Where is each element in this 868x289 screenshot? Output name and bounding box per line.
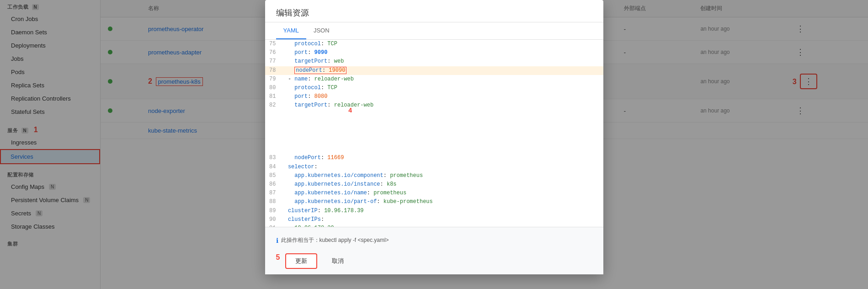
modal-info-text: 此操作相当于：kubectl apply -f <spec.yaml> — [281, 236, 389, 244]
modal-title: 编辑资源 — [276, 7, 592, 18]
code-line: 89 clusterIP: 10.96.178.39 — [265, 207, 603, 215]
update-button[interactable]: 更新 — [285, 253, 317, 269]
code-line-boxed: 78 nodePort: 19090 — [265, 66, 603, 75]
code-line: 83 nodePort: 11669 — [265, 154, 603, 162]
modal-footer: ℹ 此操作相当于：kubectl apply -f <spec.yaml> 5 … — [265, 227, 603, 274]
code-line: 76 port: 9090 — [265, 48, 603, 57]
code-line: 86 app.kubernetes.io/instance: k8s — [265, 180, 603, 189]
modal-body: 75 protocol: TCP 76 port: 9090 77 target… — [265, 40, 603, 227]
code-line: 75 protocol: TCP — [265, 40, 603, 48]
code-line: 82 targetPort: reloader-web 4 — [265, 101, 603, 154]
tab-json[interactable]: JSON — [306, 22, 337, 39]
annotation-5: 5 — [276, 253, 280, 269]
edit-resource-modal: 编辑资源 YAML JSON 75 protocol: TCP 76 port:… — [265, 0, 603, 274]
tab-yaml[interactable]: YAML — [276, 22, 306, 39]
info-icon: ℹ — [276, 237, 278, 244]
code-area: 75 protocol: TCP 76 port: 9090 77 target… — [265, 40, 603, 227]
cancel-button[interactable]: 取消 — [323, 253, 353, 269]
code-line: 80 protocol: TCP — [265, 84, 603, 92]
modal-overlay[interactable]: 编辑资源 YAML JSON 75 protocol: TCP 76 port:… — [0, 0, 868, 289]
modal-header: 编辑资源 — [265, 0, 603, 22]
code-line: 85 app.kubernetes.io/component: promethe… — [265, 171, 603, 180]
annotation-4: 4 — [348, 106, 352, 116]
code-line: 77 targetPort: web — [265, 57, 603, 66]
code-line: 87 app.kubernetes.io/name: prometheus — [265, 189, 603, 198]
code-line: 88 app.kubernetes.io/part-of: kube-prome… — [265, 198, 603, 206]
modal-actions: 5 更新 取消 — [276, 248, 592, 269]
code-line: 79 - name: reloader-web — [265, 75, 603, 84]
code-line: 90 clusterIPs: — [265, 215, 603, 224]
modal-tabs: YAML JSON — [265, 22, 603, 40]
code-line: 81 port: 8080 — [265, 92, 603, 101]
modal-info: ℹ 此操作相当于：kubectl apply -f <spec.yaml> — [276, 233, 592, 248]
code-line: 84 selector: — [265, 163, 603, 171]
